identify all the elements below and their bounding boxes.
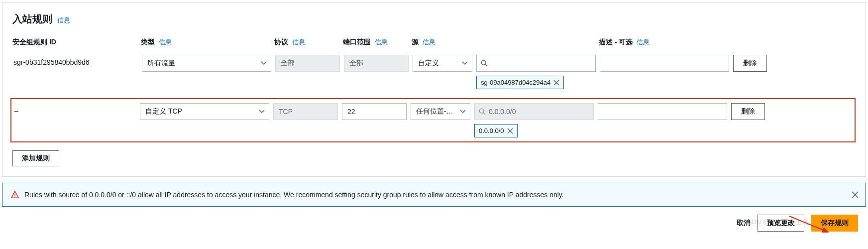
type-select[interactable]: 自定义 TCP [140, 103, 269, 120]
col-type: 类型信息 [141, 38, 270, 47]
description-input[interactable] [600, 55, 729, 72]
rule-row: sgr-0b31f295840bbd9d6 所有流量 全部 全部 自定义 sg-… [12, 54, 856, 90]
search-icon [481, 60, 488, 67]
svg-line-5 [483, 113, 485, 115]
col-protocol: 协议信息 [274, 38, 339, 47]
protocol-input: 全部 [275, 55, 340, 72]
info-link[interactable]: 信息 [159, 38, 172, 47]
close-icon[interactable] [852, 191, 859, 198]
svg-line-1 [485, 64, 487, 66]
panel-title: 入站规则 [12, 12, 52, 26]
chevron-down-icon [460, 109, 466, 115]
svg-point-9 [14, 196, 15, 197]
svg-point-0 [481, 60, 486, 65]
actions-bar: 取消 预览更改 保存规则 [0, 207, 868, 237]
port-range-input[interactable]: 22 [342, 103, 407, 120]
protocol-input: TCP [273, 103, 338, 120]
rule-id-text: – [14, 103, 136, 115]
close-icon[interactable] [507, 128, 513, 134]
panel-header: 入站规则 信息 [12, 12, 856, 26]
chevron-down-icon [462, 60, 468, 66]
info-link[interactable]: 信息 [292, 38, 305, 47]
col-port: 端口范围信息 [343, 38, 408, 47]
col-description: 描述 - 可选信息 [599, 38, 728, 47]
chevron-down-icon [261, 60, 267, 66]
info-link[interactable]: 信息 [423, 38, 435, 47]
delete-button[interactable]: 删除 [733, 55, 767, 72]
close-icon[interactable] [553, 80, 559, 86]
rule-id-text: sgr-0b31f295840bbd9d6 [13, 55, 138, 66]
source-search-input[interactable] [476, 55, 596, 72]
svg-point-4 [479, 109, 484, 113]
info-link[interactable]: 信息 [375, 38, 388, 47]
add-rule-button[interactable]: 添加规则 [12, 150, 59, 166]
info-link[interactable]: 信息 [637, 38, 650, 47]
rule-row: – 自定义 TCP TCP 22 任何位置-… 0.0.0.0/0 0.0.0.… [10, 98, 856, 142]
alert-text: Rules with source of 0.0.0.0/0 or ::/0 a… [24, 191, 564, 199]
source-search-input: 0.0.0.0/0 [474, 103, 594, 120]
description-input[interactable] [598, 103, 727, 120]
col-rule-id: 安全组规则 ID [12, 38, 137, 47]
delete-button[interactable]: 删除 [731, 103, 765, 120]
source-mode-select[interactable]: 自定义 [413, 55, 472, 72]
info-link[interactable]: 信息 [57, 16, 70, 25]
cancel-button[interactable]: 取消 [737, 219, 751, 228]
col-source: 源信息 [412, 38, 471, 47]
column-headers: 安全组规则 ID 类型信息 协议信息 端口范围信息 源信息 描述 - 可选信息 [12, 38, 856, 47]
add-rule-row: 添加规则 [12, 150, 856, 166]
inbound-rules-panel: 入站规则 信息 安全组规则 ID 类型信息 协议信息 端口范围信息 源信息 描述… [2, 2, 866, 177]
source-tag: sg-09a04987d04c294a4 [476, 76, 564, 89]
preview-button[interactable]: 预览更改 [758, 215, 804, 232]
chevron-down-icon [259, 109, 265, 115]
warning-icon [10, 190, 19, 199]
source-tag: 0.0.0.0/0 [474, 124, 518, 137]
warning-alert: Rules with source of 0.0.0.0/0 or ::/0 a… [2, 183, 866, 207]
search-icon [479, 108, 486, 115]
port-range-input: 全部 [344, 55, 409, 72]
source-mode-select[interactable]: 任何位置-… [411, 103, 470, 120]
type-select[interactable]: 所有流量 [142, 55, 271, 72]
save-button[interactable]: 保存规则 [811, 215, 858, 232]
